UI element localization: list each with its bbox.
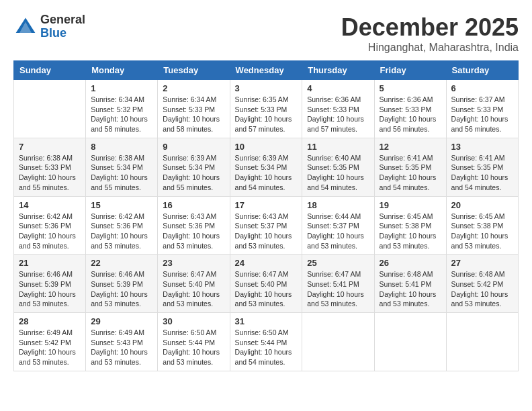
calendar-cell: 28Sunrise: 6:49 AMSunset: 5:42 PMDayligh… xyxy=(14,313,86,371)
logo-line2: Blue xyxy=(40,27,85,40)
calendar-cell: 7Sunrise: 6:38 AMSunset: 5:33 PMDaylight… xyxy=(14,138,86,196)
day-info: Sunrise: 6:47 AMSunset: 5:41 PMDaylight:… xyxy=(307,269,369,309)
day-info: Sunrise: 6:37 AMSunset: 5:33 PMDaylight:… xyxy=(451,95,513,134)
day-number: 9 xyxy=(163,142,224,152)
day-number: 8 xyxy=(91,142,152,152)
logo-icon xyxy=(13,15,38,39)
calendar-header-row: SundayMondayTuesdayWednesdayThursdayFrid… xyxy=(14,61,519,80)
weekday-header-tuesday: Tuesday xyxy=(158,61,230,80)
weekday-header-friday: Friday xyxy=(374,61,446,80)
calendar-cell: 16Sunrise: 6:43 AMSunset: 5:36 PMDayligh… xyxy=(158,196,230,255)
calendar-cell: 9Sunrise: 6:39 AMSunset: 5:34 PMDaylight… xyxy=(158,138,230,196)
day-info: Sunrise: 6:43 AMSunset: 5:37 PMDaylight:… xyxy=(235,212,298,251)
calendar-cell xyxy=(446,313,518,371)
day-info: Sunrise: 6:34 AMSunset: 5:32 PMDaylight:… xyxy=(91,95,152,134)
page-header: General Blue December 2025 Hinganghat, M… xyxy=(13,13,519,54)
calendar-cell: 25Sunrise: 6:47 AMSunset: 5:41 PMDayligh… xyxy=(302,255,374,313)
calendar-cell: 26Sunrise: 6:48 AMSunset: 5:41 PMDayligh… xyxy=(374,255,446,313)
day-info: Sunrise: 6:48 AMSunset: 5:41 PMDaylight:… xyxy=(380,269,441,309)
day-info: Sunrise: 6:49 AMSunset: 5:42 PMDaylight:… xyxy=(19,328,81,367)
calendar-cell: 6Sunrise: 6:37 AMSunset: 5:33 PMDaylight… xyxy=(446,80,518,138)
calendar-cell: 2Sunrise: 6:34 AMSunset: 5:33 PMDaylight… xyxy=(158,80,230,138)
calendar-cell: 30Sunrise: 6:50 AMSunset: 5:44 PMDayligh… xyxy=(158,313,230,371)
location-title: Hinganghat, Maharashtra, India xyxy=(341,42,519,54)
day-info: Sunrise: 6:50 AMSunset: 5:44 PMDaylight:… xyxy=(163,328,224,367)
day-info: Sunrise: 6:47 AMSunset: 5:40 PMDaylight:… xyxy=(235,269,298,309)
day-number: 1 xyxy=(91,83,152,93)
calendar-cell: 24Sunrise: 6:47 AMSunset: 5:40 PMDayligh… xyxy=(230,255,302,313)
day-number: 24 xyxy=(235,258,298,268)
day-number: 28 xyxy=(19,316,81,326)
day-info: Sunrise: 6:41 AMSunset: 5:35 PMDaylight:… xyxy=(380,153,441,193)
day-number: 19 xyxy=(380,200,441,210)
calendar-cell: 21Sunrise: 6:46 AMSunset: 5:39 PMDayligh… xyxy=(14,255,86,313)
day-info: Sunrise: 6:39 AMSunset: 5:34 PMDaylight:… xyxy=(163,153,224,193)
title-area: December 2025 Hinganghat, Maharashtra, I… xyxy=(341,13,519,54)
day-info: Sunrise: 6:40 AMSunset: 5:35 PMDaylight:… xyxy=(307,153,369,193)
day-number: 13 xyxy=(451,142,513,152)
day-number: 14 xyxy=(19,200,81,210)
day-number: 7 xyxy=(19,142,81,152)
day-number: 5 xyxy=(380,83,441,93)
day-info: Sunrise: 6:36 AMSunset: 5:33 PMDaylight:… xyxy=(380,95,441,134)
day-number: 11 xyxy=(307,142,369,152)
weekday-header-wednesday: Wednesday xyxy=(230,61,302,80)
calendar-cell: 3Sunrise: 6:35 AMSunset: 5:33 PMDaylight… xyxy=(230,80,302,138)
calendar-cell: 8Sunrise: 6:38 AMSunset: 5:34 PMDaylight… xyxy=(86,138,158,196)
calendar-cell: 15Sunrise: 6:42 AMSunset: 5:36 PMDayligh… xyxy=(86,196,158,255)
day-info: Sunrise: 6:47 AMSunset: 5:40 PMDaylight:… xyxy=(163,269,224,309)
calendar-week-1: 1Sunrise: 6:34 AMSunset: 5:32 PMDaylight… xyxy=(14,80,519,138)
calendar-cell: 31Sunrise: 6:50 AMSunset: 5:44 PMDayligh… xyxy=(230,313,302,371)
day-info: Sunrise: 6:45 AMSunset: 5:38 PMDaylight:… xyxy=(380,212,441,251)
calendar-week-5: 28Sunrise: 6:49 AMSunset: 5:42 PMDayligh… xyxy=(14,313,519,371)
calendar-cell: 11Sunrise: 6:40 AMSunset: 5:35 PMDayligh… xyxy=(302,138,374,196)
logo-line1: General xyxy=(40,13,85,27)
day-info: Sunrise: 6:50 AMSunset: 5:44 PMDaylight:… xyxy=(235,328,298,367)
day-number: 21 xyxy=(19,258,81,268)
calendar-cell: 1Sunrise: 6:34 AMSunset: 5:32 PMDaylight… xyxy=(86,80,158,138)
calendar-cell: 5Sunrise: 6:36 AMSunset: 5:33 PMDaylight… xyxy=(374,80,446,138)
calendar-cell: 10Sunrise: 6:39 AMSunset: 5:34 PMDayligh… xyxy=(230,138,302,196)
weekday-header-saturday: Saturday xyxy=(446,61,518,80)
calendar-cell: 13Sunrise: 6:41 AMSunset: 5:35 PMDayligh… xyxy=(446,138,518,196)
day-info: Sunrise: 6:34 AMSunset: 5:33 PMDaylight:… xyxy=(163,95,224,134)
day-number: 15 xyxy=(91,200,152,210)
day-info: Sunrise: 6:39 AMSunset: 5:34 PMDaylight:… xyxy=(235,153,298,193)
day-info: Sunrise: 6:48 AMSunset: 5:42 PMDaylight:… xyxy=(451,269,513,309)
day-info: Sunrise: 6:45 AMSunset: 5:38 PMDaylight:… xyxy=(451,212,513,251)
day-number: 2 xyxy=(163,83,224,93)
logo-text: General Blue xyxy=(40,13,85,40)
day-number: 12 xyxy=(380,142,441,152)
calendar-week-2: 7Sunrise: 6:38 AMSunset: 5:33 PMDaylight… xyxy=(14,138,519,196)
calendar-cell: 4Sunrise: 6:36 AMSunset: 5:33 PMDaylight… xyxy=(302,80,374,138)
calendar-cell: 20Sunrise: 6:45 AMSunset: 5:38 PMDayligh… xyxy=(446,196,518,255)
day-number: 3 xyxy=(235,83,298,93)
day-number: 29 xyxy=(91,316,152,326)
day-number: 10 xyxy=(235,142,298,152)
day-number: 26 xyxy=(380,258,441,268)
day-number: 25 xyxy=(307,258,369,268)
calendar-cell: 18Sunrise: 6:44 AMSunset: 5:37 PMDayligh… xyxy=(302,196,374,255)
calendar-cell xyxy=(302,313,374,371)
day-number: 22 xyxy=(91,258,152,268)
calendar-cell: 27Sunrise: 6:48 AMSunset: 5:42 PMDayligh… xyxy=(446,255,518,313)
day-info: Sunrise: 6:42 AMSunset: 5:36 PMDaylight:… xyxy=(19,212,81,251)
day-info: Sunrise: 6:41 AMSunset: 5:35 PMDaylight:… xyxy=(451,153,513,193)
day-info: Sunrise: 6:43 AMSunset: 5:36 PMDaylight:… xyxy=(163,212,224,251)
weekday-header-monday: Monday xyxy=(86,61,158,80)
calendar-cell: 23Sunrise: 6:47 AMSunset: 5:40 PMDayligh… xyxy=(158,255,230,313)
month-title: December 2025 xyxy=(341,13,519,42)
day-number: 16 xyxy=(163,200,224,210)
logo: General Blue xyxy=(13,13,85,40)
day-info: Sunrise: 6:49 AMSunset: 5:43 PMDaylight:… xyxy=(91,328,152,367)
day-info: Sunrise: 6:35 AMSunset: 5:33 PMDaylight:… xyxy=(235,95,298,134)
calendar-table: SundayMondayTuesdayWednesdayThursdayFrid… xyxy=(13,60,519,371)
day-number: 18 xyxy=(307,200,369,210)
calendar-week-4: 21Sunrise: 6:46 AMSunset: 5:39 PMDayligh… xyxy=(14,255,519,313)
calendar-cell: 22Sunrise: 6:46 AMSunset: 5:39 PMDayligh… xyxy=(86,255,158,313)
day-info: Sunrise: 6:36 AMSunset: 5:33 PMDaylight:… xyxy=(307,95,369,134)
day-number: 20 xyxy=(451,200,513,210)
calendar-cell: 29Sunrise: 6:49 AMSunset: 5:43 PMDayligh… xyxy=(86,313,158,371)
day-number: 6 xyxy=(451,83,513,93)
weekday-header-thursday: Thursday xyxy=(302,61,374,80)
